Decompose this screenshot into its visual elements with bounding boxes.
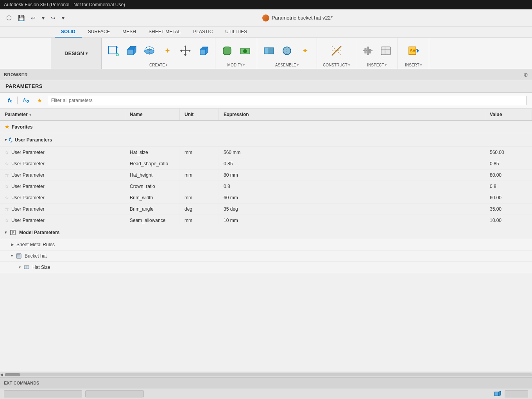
box-button[interactable] (195, 43, 212, 59)
favorites-section-header[interactable]: ★ Favorites (0, 121, 532, 133)
save-button[interactable]: 💾 (16, 13, 27, 23)
model-parameters-section-header[interactable]: ▾ Model Parameters (0, 226, 532, 239)
svg-marker-14 (180, 50, 182, 52)
extrude-button[interactable] (123, 43, 140, 59)
col-name: Name (125, 109, 180, 120)
design-dropdown-button[interactable]: DESIGN ▾ (64, 50, 88, 56)
assemble-icon2 (281, 45, 293, 57)
svg-marker-12 (184, 45, 186, 47)
user-params-collapse[interactable]: ▾ (5, 138, 7, 142)
user-parameters-section-header[interactable]: ▾ fx User Parameters (0, 133, 532, 147)
col-value: Value (485, 109, 532, 120)
construct-label-text: CONSTRUCT (323, 63, 348, 67)
fx-button[interactable]: fx (5, 96, 14, 105)
ribbon-group-inspect: INSPECT ▾ (356, 38, 398, 69)
tab-mesh[interactable]: MESH (116, 27, 142, 38)
svg-rect-22 (264, 48, 269, 54)
undo-button[interactable]: ↩ (29, 13, 38, 23)
horizontal-scrollbar[interactable]: ◀ (0, 372, 532, 377)
construct-label[interactable]: CONSTRUCT ▾ (323, 63, 350, 67)
assemble-label-text: ASSEMBLE (275, 63, 296, 67)
parameters-header: PARAMETERS (0, 80, 532, 93)
tab-surface[interactable]: SURFACE (82, 27, 116, 38)
scroll-left-icon[interactable]: ◀ (0, 372, 3, 377)
create-label[interactable]: CREATE ▾ (149, 63, 167, 67)
user-parameters-label: User Parameters (15, 137, 52, 143)
row-star-icon[interactable]: ☆ (5, 184, 9, 189)
row-head-shape-name: Head_shape_ratio (125, 158, 180, 169)
revolve-button[interactable] (141, 43, 158, 59)
row-star-icon[interactable]: ☆ (5, 150, 9, 155)
row-brim-angle-unit: deg (180, 204, 219, 215)
modify-hole-button[interactable] (236, 43, 254, 59)
ribbon-group-insert: SVG INSERT ▾ (398, 38, 429, 69)
table-row: ☆ User Parameter Hat_size mm 560 mm 560.… (0, 147, 532, 158)
tab-sheet-metal[interactable]: SHEET METAL (142, 27, 187, 38)
tab-solid[interactable]: SOLID (55, 27, 82, 38)
undo-dropdown-button[interactable]: ▾ (39, 13, 47, 23)
insert-btn1[interactable]: SVG (405, 43, 422, 59)
svg-rect-49 (494, 392, 498, 396)
new-sketch-button[interactable] (105, 43, 122, 59)
row-brim-angle-value: 35.00 (485, 204, 532, 215)
fx2-button[interactable]: fx2 (21, 96, 31, 105)
ribbon-content: DESIGN ▾ (0, 38, 532, 69)
nav-cube-icon (494, 391, 502, 397)
row-param-type: User Parameter (11, 206, 45, 212)
row-hat-height-value: 80.00 (485, 170, 532, 181)
row-crown-ratio-param: ☆ User Parameter (0, 181, 125, 192)
inspect-btn1[interactable] (359, 43, 376, 59)
redo-dropdown-button[interactable]: ▾ (59, 13, 67, 23)
tab-utilities[interactable]: UTILITIES (219, 27, 253, 38)
modify-label[interactable]: MODIFY ▾ (227, 63, 245, 67)
favorites-star-icon: ★ (5, 124, 9, 130)
sheet-metal-rules-header[interactable]: ▶ Sheet Metal Rules (0, 239, 532, 250)
quick-action-logo[interactable]: ⬡ (4, 13, 14, 23)
assemble-btn3[interactable]: ✦ (296, 43, 313, 59)
row-param-type: User Parameter (11, 184, 45, 189)
favorites-toolbar-btn[interactable]: ★ (35, 96, 45, 105)
row-star-icon[interactable]: ☆ (5, 195, 9, 200)
inspect-label[interactable]: INSPECT ▾ (367, 63, 386, 67)
row-hat-height-name: Hat_height (125, 170, 180, 181)
row-crown-ratio-expr: 0.8 (219, 181, 485, 192)
user-params-fx-icon: fx (9, 136, 13, 143)
model-params-collapse[interactable]: ▾ (5, 230, 7, 234)
row-head-shape-param: ☆ User Parameter (0, 158, 125, 169)
row-seam-allowance-param: ☆ User Parameter (0, 215, 125, 226)
col-expression: Expression (219, 109, 485, 120)
sheet-metal-arrow: ▶ (11, 242, 14, 247)
inspect-icon2 (380, 45, 392, 57)
table-row: ☆ User Parameter Crown_ratio 0.8 0.8 (0, 181, 532, 192)
svg-rect-23 (269, 48, 274, 54)
inspect-chevron: ▾ (385, 63, 387, 67)
row-star-icon[interactable]: ☆ (5, 206, 9, 212)
bucket-hat-header[interactable]: ▾ Bucket hat (0, 250, 532, 262)
parameters-filter[interactable] (48, 96, 527, 105)
ext-commands-label: EXT COMMANDS (4, 381, 39, 385)
insert-chevron: ▾ (420, 63, 422, 67)
hat-size-header[interactable]: ▾ Hat Size (0, 262, 532, 273)
assemble-btn2[interactable] (278, 43, 296, 59)
hat-size-collapse: ▾ (19, 265, 21, 269)
row-star-icon[interactable]: ☆ (5, 161, 9, 166)
assemble-label[interactable]: ASSEMBLE ▾ (275, 63, 299, 67)
modify-fillet-button[interactable] (219, 43, 236, 59)
move-button[interactable] (177, 43, 194, 59)
browser-toggle[interactable]: ⊕ (523, 72, 528, 78)
row-head-shape-value: 0.85 (485, 158, 532, 169)
inspect-btn2[interactable] (377, 43, 394, 59)
create-more-button[interactable]: ✦ (159, 43, 176, 59)
redo-button[interactable]: ↪ (48, 13, 58, 23)
row-star-icon[interactable]: ☆ (5, 172, 9, 178)
parameters-table: Parameter ▾ Name Unit Expression Value ★… (0, 109, 532, 372)
assemble-btn1[interactable] (260, 43, 278, 59)
construct-btn1[interactable] (328, 43, 345, 59)
row-star-icon[interactable]: ☆ (5, 218, 9, 223)
model-params-icon (10, 229, 16, 236)
insert-label[interactable]: INSERT ▾ (405, 63, 422, 67)
table-row: ☆ User Parameter Brim_angle deg 35 deg 3… (0, 204, 532, 215)
browser-header: BROWSER ⊕ (0, 69, 532, 80)
tab-plastic[interactable]: PLASTIC (187, 27, 219, 38)
row-head-shape-unit (180, 158, 219, 169)
